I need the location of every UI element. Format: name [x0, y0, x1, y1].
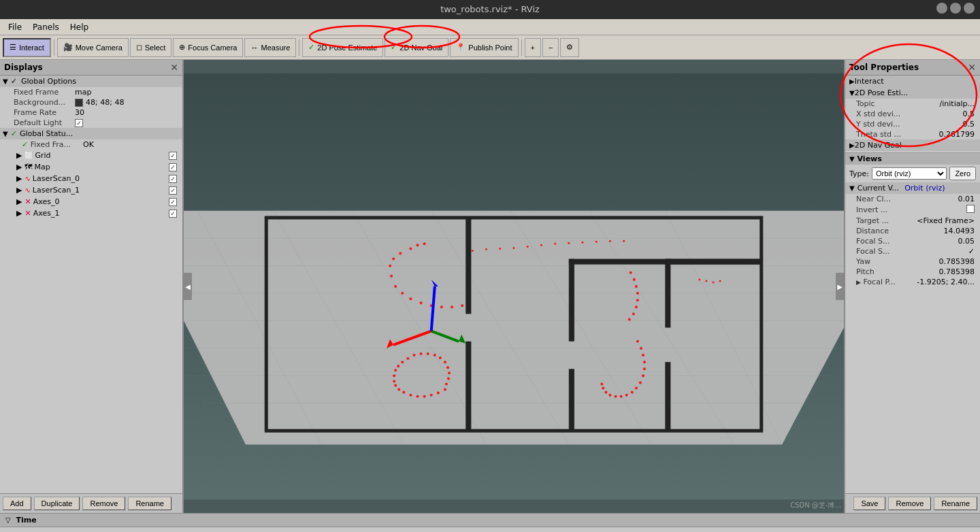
global-status-header[interactable]: ▼ ✓ Global Statu...	[0, 128, 182, 139]
interact-label: Interact	[855, 77, 884, 86]
menu-help[interactable]: Help	[65, 21, 94, 33]
near-clip-value[interactable]: 0.01	[958, 195, 975, 203]
focal-point-value[interactable]: -1.9205; 2.40...	[917, 278, 975, 286]
background-value[interactable]: 48; 48; 48	[75, 98, 124, 107]
distance-value[interactable]: 14.0493	[944, 227, 975, 235]
axes0-enabled-checkbox[interactable]	[169, 198, 177, 206]
invert-row: Invert ...	[845, 204, 980, 216]
map-check-val[interactable]	[169, 163, 177, 171]
grid-enabled-checkbox[interactable]	[169, 152, 177, 160]
tool-extra-add[interactable]: +	[525, 38, 541, 57]
axes1-check-val[interactable]	[169, 209, 177, 218]
invert-checkbox[interactable]	[966, 205, 975, 213]
map-arrow[interactable]: ▶	[16, 163, 22, 171]
duplicate-display-button[interactable]: Duplicate	[34, 497, 80, 510]
theta-std-value[interactable]: 0.261799	[939, 130, 975, 139]
laserscan1-arrow[interactable]: ▶	[16, 186, 22, 195]
display-item-axes0[interactable]: ▶ ✕ Axes_0	[0, 196, 182, 207]
svg-rect-28	[665, 362, 670, 431]
watermark: CSDN @芝-博...	[790, 501, 841, 510]
tool-publish-point[interactable]: 📍 Publish Point	[450, 38, 518, 57]
tool-measure[interactable]: ↔ Measure	[244, 38, 296, 57]
remove-display-button[interactable]: Remove	[82, 497, 125, 510]
svg-point-64	[439, 356, 442, 359]
rename-view-button[interactable]: Rename	[934, 497, 977, 510]
axes0-check-val[interactable]	[169, 197, 177, 206]
global-options-header[interactable]: ▼ ✓ Global Options	[0, 76, 182, 87]
grid-check-val[interactable]	[169, 151, 177, 160]
display-item-grid[interactable]: ▶ ⬜ Grid	[0, 150, 182, 161]
pitch-value[interactable]: 0.785398	[939, 267, 975, 276]
svg-point-93	[643, 361, 646, 363]
tool-extra-settings[interactable]: ⚙	[560, 38, 579, 57]
tool-move-camera[interactable]: 🎥 Move Camera	[57, 38, 129, 57]
pose-estimate-arrow: ▼	[849, 89, 855, 97]
focal-point-arrow[interactable]: ▶	[856, 279, 861, 286]
minimize-button[interactable]	[936, 3, 947, 14]
remove-view-button[interactable]: Remove	[888, 497, 931, 510]
nav-goal-section-header[interactable]: ▶ 2D Nav Goal	[845, 139, 980, 151]
3d-viewport[interactable]: ◀	[184, 60, 844, 513]
fixed-frame-value[interactable]: map	[75, 88, 91, 97]
target-frame-value[interactable]: <Fixed Frame>	[917, 216, 975, 225]
axes0-arrow[interactable]: ▶	[16, 197, 22, 206]
pitch-row: Pitch 0.785398	[845, 267, 980, 277]
y-std-row: Y std devi... 0.5	[845, 119, 980, 129]
default-light-checkbox[interactable]	[75, 119, 83, 127]
y-std-value[interactable]: 0.5	[963, 120, 975, 129]
pose-estimate-section-header[interactable]: ▼ 2D Pose Esti...	[845, 87, 980, 99]
x-std-value[interactable]: 0.5	[963, 110, 975, 118]
views-zero-button[interactable]: Zero	[949, 167, 976, 180]
focal-size-value[interactable]: 0.05	[958, 237, 975, 246]
collapse-left-button[interactable]: ◀	[184, 273, 192, 300]
collapse-right-button[interactable]: ▶	[836, 273, 844, 300]
fixed-frame-status-value: OK	[83, 140, 94, 149]
laserscan0-arrow[interactable]: ▶	[16, 174, 22, 183]
axes1-enabled-checkbox[interactable]	[169, 210, 177, 218]
save-view-button[interactable]: Save	[853, 497, 885, 510]
svg-point-87	[635, 305, 638, 308]
close-button[interactable]	[964, 3, 975, 14]
topic-value[interactable]: /initialp...	[940, 99, 975, 108]
grid-checkbox[interactable]: ▶	[16, 151, 22, 160]
scene-canvas[interactable]	[184, 60, 844, 513]
laserscan0-enabled-checkbox[interactable]	[169, 175, 177, 183]
frame-rate-value[interactable]: 30	[75, 108, 84, 117]
tool-2d-nav-goal[interactable]: ✓ 2D Nav Goal	[385, 38, 448, 57]
laserscan1-check-val[interactable]	[169, 186, 177, 195]
views-type-select[interactable]: Orbit (rviz)	[872, 167, 947, 180]
tool-2d-pose-estimate[interactable]: ✓ 2D Pose Estimate	[302, 38, 383, 57]
interact-section-header[interactable]: ▶ Interact	[845, 76, 980, 87]
add-display-button[interactable]: Add	[3, 497, 31, 510]
current-view-header[interactable]: ▼ Current V... Orbit (rviz)	[845, 182, 980, 194]
laserscan1-label: LaserScan_1	[33, 186, 80, 195]
views-type-label: Type:	[849, 169, 869, 178]
default-light-value[interactable]	[75, 119, 83, 127]
background-color-swatch[interactable]	[75, 99, 83, 107]
tool-extra-remove[interactable]: −	[542, 38, 559, 57]
focal-s2-value[interactable]: ✓	[968, 247, 975, 256]
laserscan1-enabled-checkbox[interactable]	[169, 186, 177, 195]
svg-point-60	[412, 354, 415, 356]
maximize-button[interactable]	[950, 3, 961, 14]
global-options-checkbox[interactable]: ✓	[11, 77, 17, 86]
tool-select[interactable]: ◻ Select	[130, 38, 172, 57]
rename-display-button[interactable]: Rename	[128, 497, 172, 510]
axes1-arrow[interactable]: ▶	[16, 209, 22, 218]
time-arrow[interactable]: ▽	[5, 516, 11, 524]
display-item-map[interactable]: ▶ 🗺 Map	[0, 161, 182, 173]
menu-file[interactable]: File	[3, 21, 27, 33]
tool-focus-camera[interactable]: ⊕ Focus Camera	[173, 38, 243, 57]
displays-close-button[interactable]: ✕	[170, 62, 178, 73]
invert-value[interactable]	[966, 205, 975, 215]
tool-props-close-button[interactable]: ✕	[968, 62, 976, 73]
tool-interact[interactable]: ☰ Interact	[3, 38, 51, 57]
map-enabled-checkbox[interactable]	[169, 163, 177, 171]
laserscan0-check-val[interactable]	[169, 174, 177, 183]
yaw-value[interactable]: 0.785398	[939, 257, 975, 266]
display-item-laserscan1[interactable]: ▶ ∿ LaserScan_1	[0, 184, 182, 196]
display-item-laserscan0[interactable]: ▶ ∿ LaserScan_0	[0, 173, 182, 184]
fixed-frame-status-prop: ✓ Fixed Fra... OK	[0, 139, 182, 150]
menu-panels[interactable]: Panels	[27, 21, 65, 33]
display-item-axes1[interactable]: ▶ ✕ Axes_1	[0, 207, 182, 219]
